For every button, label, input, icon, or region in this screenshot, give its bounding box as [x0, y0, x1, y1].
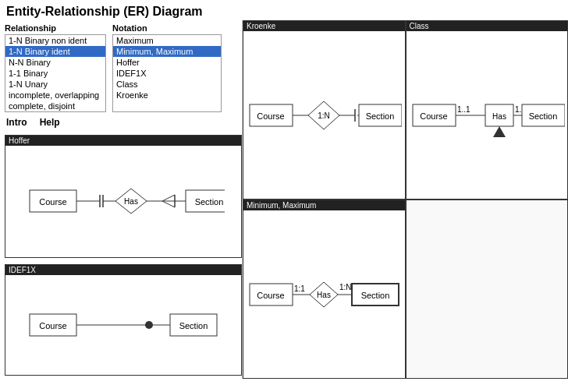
idef1x-section-label: Section	[179, 321, 208, 330]
notation-listbox[interactable]: Maximum Minimum, Maximum Hoffer IDEF1X C…	[112, 34, 222, 112]
notation-group: Notation Maximum Minimum, Maximum Hoffer…	[112, 23, 222, 112]
not-item-2[interactable]: Hoffer	[113, 57, 221, 68]
minmax-section-label: Section	[361, 291, 390, 300]
controls-row: Relationship 1-N Binary non ident 1-N Bi…	[5, 23, 237, 112]
hoffer-svg: Course Has	[22, 167, 225, 237]
minmax-diagram-panel: Minimum, Maximum Course 1:1 Has 1:	[243, 200, 406, 379]
tab-help[interactable]: Help	[40, 117, 60, 129]
idef1x-diagram-panel: IDEF1X Course Section	[5, 264, 242, 376]
kroenke-canvas: Course 1:N Section	[243, 32, 405, 199]
svg-line-7	[162, 195, 175, 201]
kroenke-section-label: Section	[366, 111, 395, 121]
idef1x-canvas: Course Section	[5, 276, 241, 375]
not-item-3[interactable]: IDEF1X	[113, 68, 221, 79]
relationship-listbox[interactable]: 1-N Binary non ident 1-N Binary ident N-…	[5, 34, 106, 112]
class-course-label: Course	[420, 111, 447, 121]
class-min-left: 1..1	[457, 105, 470, 114]
svg-point-15	[145, 321, 153, 329]
rel-item-4[interactable]: 1-N Unary	[5, 79, 105, 90]
minmax-min-left: 1:1	[294, 284, 305, 293]
minmax-course-label: Course	[257, 291, 285, 300]
svg-line-9	[162, 201, 175, 207]
class-section-label: Section	[528, 111, 557, 121]
extra-panel	[406, 200, 569, 379]
notation-label: Notation	[112, 23, 222, 33]
page-title: Entity-Relationship (ER) Diagram	[0, 0, 568, 20]
kroenke-diagram-panel: Kroenke Course 1:N	[243, 20, 406, 200]
idef1x-course-label: Course	[39, 321, 66, 330]
class-has-label: Has	[492, 112, 506, 121]
class-title: Class	[406, 21, 568, 31]
not-item-5[interactable]: Kroenke	[113, 90, 221, 101]
rel-item-2[interactable]: N-N Binary	[5, 57, 105, 68]
right-panel: Kroenke Course 1:N	[242, 20, 568, 379]
rel-item-1[interactable]: 1-N Binary ident	[5, 46, 105, 57]
rel-item-3[interactable]: 1-1 Binary	[5, 68, 105, 79]
tabs-row: Intro Help	[5, 117, 237, 129]
hoffer-course-label: Course	[39, 197, 66, 207]
minmax-min-right: 1:N	[339, 283, 352, 291]
not-item-4[interactable]: Class	[113, 79, 221, 90]
kroenke-rel-label: 1:N	[318, 111, 330, 120]
class-diagram-panel: Class Course 1..1 Has 1..*	[406, 20, 569, 200]
class-canvas: Course 1..1 Has 1..* Section	[406, 32, 568, 199]
tab-intro[interactable]: Intro	[6, 117, 27, 129]
kroenke-svg: Course 1:N Section	[246, 76, 402, 154]
hoffer-title: Hoffer	[5, 136, 241, 146]
minmax-title: Minimum, Maximum	[243, 200, 405, 210]
kroenke-title: Kroenke	[243, 21, 405, 31]
hoffer-diagram-panel: Hoffer Course Has	[5, 135, 242, 258]
rel-item-6[interactable]: complete, disjoint	[5, 101, 105, 111]
relationship-group: Relationship 1-N Binary non ident 1-N Bi…	[5, 23, 106, 112]
rel-item-5[interactable]: incomplete, overlapping	[5, 90, 105, 101]
minmax-canvas: Course 1:1 Has 1:N Section	[243, 211, 405, 378]
hoffer-canvas: Course Has	[5, 147, 241, 257]
svg-marker-28	[493, 126, 506, 137]
kroenke-course-label: Course	[257, 111, 285, 121]
not-item-1[interactable]: Minimum, Maximum	[113, 46, 221, 57]
rel-item-0[interactable]: 1-N Binary non ident	[5, 35, 105, 46]
minmax-svg: Course 1:1 Has 1:N Section	[246, 256, 402, 334]
idef1x-title: IDEF1X	[5, 265, 241, 275]
hoffer-rel-label: Has	[124, 197, 138, 206]
not-item-0[interactable]: Maximum	[113, 35, 221, 46]
hoffer-section-label: Section	[195, 197, 224, 207]
class-svg: Course 1..1 Has 1..* Section	[409, 76, 565, 154]
idef1x-svg: Course Section	[22, 294, 225, 356]
minmax-has-label: Has	[317, 291, 331, 299]
relationship-label: Relationship	[5, 23, 106, 33]
left-panel: Relationship 1-N Binary non ident 1-N Bi…	[0, 20, 242, 379]
